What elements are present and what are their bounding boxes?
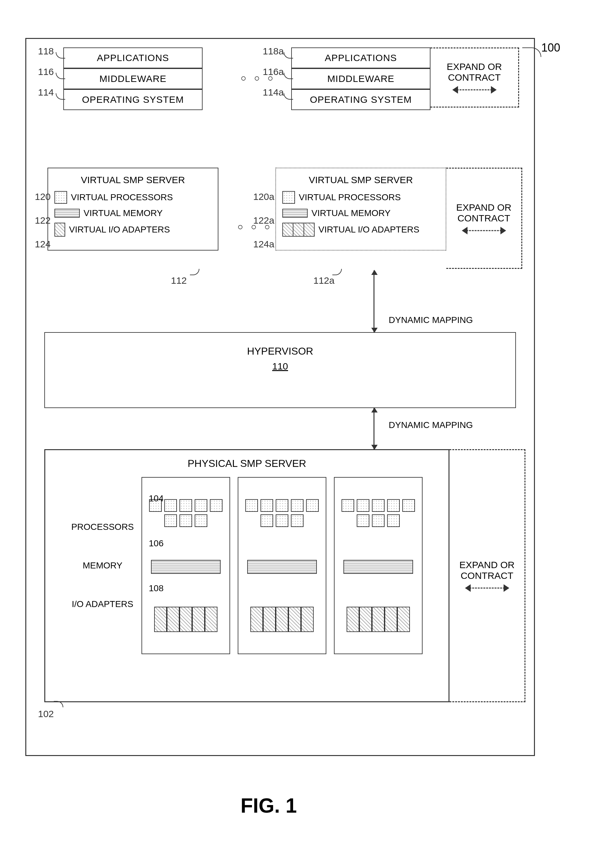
virtual-server-2: VIRTUAL SMP SERVER VIRTUAL PROCESSORS VI…: [275, 168, 446, 251]
pio-label: I/O ADAPTERS: [71, 599, 134, 609]
pio-icon: [359, 607, 372, 632]
expand-arrow-icon: [452, 86, 497, 94]
pio-icon: [347, 607, 359, 632]
ref-118a: 118a: [263, 46, 284, 57]
ref-102: 102: [38, 709, 54, 719]
expand-line1: EXPAND OR: [447, 61, 502, 72]
expand-p-line1: EXPAND OR: [459, 559, 515, 570]
expand-line2: CONTRACT: [448, 72, 501, 83]
ref-116a: 116a: [263, 66, 284, 77]
pio-icon: [397, 607, 410, 632]
pproc-icon: [195, 499, 207, 512]
expand-arrow-p-icon: [465, 584, 509, 592]
ref-114a: 114a: [263, 87, 284, 98]
pio-icon: [288, 607, 301, 632]
vserver-title-1: VIRTUAL SMP SERVER: [55, 175, 211, 185]
vproc-icon: [55, 191, 67, 204]
expand-contract-vserver: EXPAND OR CONTRACT: [446, 168, 522, 269]
pio-icon: [154, 607, 167, 632]
middleware-box-1: MIDDLEWARE: [63, 68, 203, 89]
pproc-icon: [245, 499, 258, 512]
physical-server-title: PHYSICAL SMP SERVER: [52, 458, 442, 469]
physical-labels: PROCESSORS MEMORY I/O ADAPTERS: [71, 509, 134, 622]
vio-icon-group: [55, 223, 65, 237]
vio-label-1: VIRTUAL I/O ADAPTERS: [69, 224, 170, 235]
ref-100: 100: [541, 41, 560, 55]
ref-108: 108: [149, 583, 164, 593]
physical-card-2: [238, 477, 326, 654]
ref-112: 112: [171, 275, 187, 286]
expand-v-line2: CONTRACT: [457, 213, 510, 224]
pproc-icon: [372, 499, 384, 512]
pio-icon: [205, 607, 217, 632]
pproc-icon: [306, 499, 319, 512]
vio-icon-group-2: [282, 223, 315, 237]
pproc-icon: [164, 499, 177, 512]
applications-box-2: APPLICATIONS: [291, 47, 430, 68]
ref-104: 104: [149, 493, 164, 503]
applications-box-1: APPLICATIONS: [63, 47, 203, 68]
ref-118: 118: [38, 46, 54, 57]
ref-114: 114: [38, 87, 54, 98]
vproc-label-1: VIRTUAL PROCESSORS: [71, 192, 173, 202]
pproc-icon: [387, 514, 400, 527]
virtual-server-1: VIRTUAL SMP SERVER VIRTUAL PROCESSORS VI…: [47, 168, 219, 251]
connector-vserver-hypervisor: [374, 270, 374, 332]
pproc-icon: [291, 514, 303, 527]
dynamic-mapping-bot: DYNAMIC MAPPING: [386, 419, 475, 431]
pio-icon: [276, 607, 288, 632]
pio-icon: [384, 607, 397, 632]
expand-contract-sw: EXPAND OR CONTRACT: [430, 47, 519, 108]
pproc-icon: [357, 514, 370, 527]
pproc-icon: [179, 514, 192, 527]
software-stack-1: APPLICATIONS MIDDLEWARE OPERATING SYSTEM: [63, 47, 203, 110]
vserver-title-2: VIRTUAL SMP SERVER: [282, 175, 439, 185]
expand-arrow-v-icon: [462, 227, 506, 235]
pproc-icon: [276, 514, 288, 527]
vio-icon-2a: [282, 223, 293, 237]
connector-hypervisor-physical: [374, 408, 374, 449]
dynamic-mapping-top: DYNAMIC MAPPING: [386, 314, 475, 326]
figure-label: FIG. 1: [241, 794, 297, 817]
physical-server-box: PHYSICAL SMP SERVER PROCESSORS MEMORY I/…: [44, 449, 450, 702]
ref-124: 124: [35, 239, 51, 249]
pproc-icon: [291, 499, 303, 512]
ref-106: 106: [149, 538, 164, 549]
vmem-icon: [55, 209, 80, 218]
os-box-1: OPERATING SYSTEM: [63, 89, 203, 110]
expand-contract-physical: EXPAND OR CONTRACT: [450, 449, 525, 702]
hypervisor-box: HYPERVISOR 110: [44, 332, 516, 408]
pproc-icon: [210, 499, 223, 512]
vio-icon: [55, 223, 65, 237]
pproc-icon: [164, 514, 177, 527]
pproc-icon: [195, 514, 207, 527]
vmem-icon-2: [282, 209, 308, 218]
ref-112a: 112a: [313, 275, 334, 286]
ref-120a: 120a: [253, 191, 274, 202]
pproc-label: PROCESSORS: [71, 522, 134, 532]
pio-icon: [167, 607, 179, 632]
pio-icon: [179, 607, 192, 632]
pproc-icon: [260, 499, 273, 512]
pproc-icon: [276, 499, 288, 512]
pmem-icon: [247, 560, 317, 574]
vmem-label-1: VIRTUAL MEMORY: [84, 208, 163, 218]
pproc-icon: [357, 499, 370, 512]
leader-100: [522, 47, 541, 57]
physical-ref-col: 104 106 108: [149, 493, 164, 593]
pproc-icon: [372, 514, 384, 527]
software-stack-2: APPLICATIONS MIDDLEWARE OPERATING SYSTEM: [291, 47, 430, 110]
hypervisor-ref: 110: [45, 361, 515, 372]
ref-120: 120: [35, 191, 51, 202]
pmem-label: MEMORY: [71, 561, 134, 571]
vio-icon-2b: [293, 223, 304, 237]
pio-icon: [372, 607, 384, 632]
ref-122a: 122a: [253, 215, 274, 226]
pproc-icon: [402, 499, 415, 512]
physical-card-3: [334, 477, 423, 654]
vproc-icon-2: [282, 191, 295, 204]
ref-124a: 124a: [253, 239, 274, 249]
vproc-label-2: VIRTUAL PROCESSORS: [299, 192, 401, 202]
pproc-icon: [260, 514, 273, 527]
ref-122: 122: [35, 215, 51, 226]
